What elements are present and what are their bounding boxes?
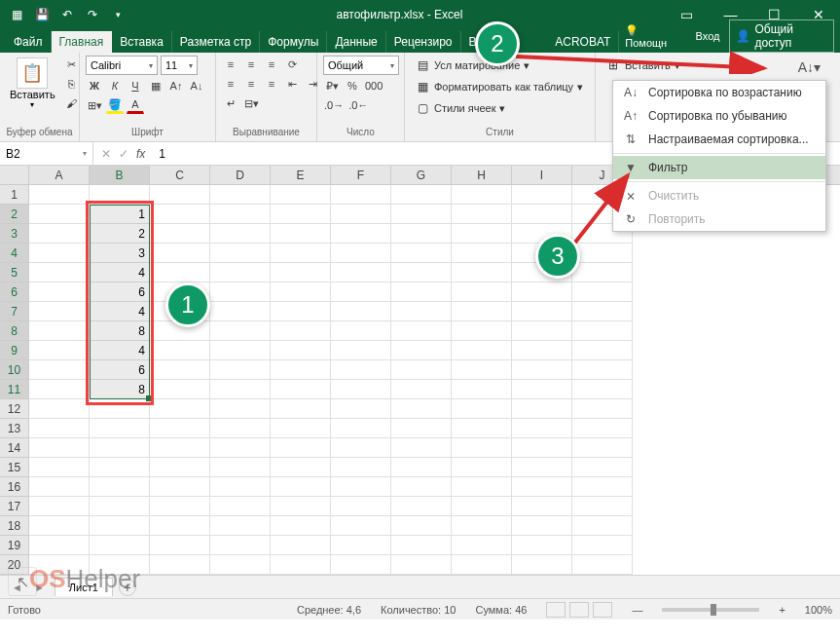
tab-acrobat[interactable]: ACROBAT [547, 31, 619, 53]
cell[interactable] [29, 185, 90, 205]
cell[interactable] [452, 458, 512, 477]
cell[interactable] [150, 380, 210, 399]
cell[interactable] [391, 302, 452, 321]
row-header[interactable]: 7 [0, 302, 29, 321]
cell[interactable] [271, 438, 331, 458]
cell[interactable] [271, 458, 331, 477]
cell[interactable] [271, 360, 331, 380]
cell[interactable] [452, 282, 512, 302]
cell[interactable] [271, 244, 331, 263]
cell[interactable] [452, 438, 512, 458]
row-header[interactable]: 14 [0, 438, 29, 458]
cell[interactable] [210, 185, 271, 205]
cell[interactable] [452, 380, 512, 399]
cell[interactable] [90, 438, 150, 458]
cell[interactable] [210, 205, 271, 224]
tab-review[interactable]: Рецензиро [386, 31, 461, 53]
cell[interactable] [391, 497, 452, 516]
row-header[interactable]: 5 [0, 263, 29, 282]
align-bottom-icon[interactable]: ≡ [263, 56, 280, 73]
cell[interactable] [452, 341, 512, 360]
cell[interactable] [210, 536, 271, 555]
row-header[interactable]: 19 [0, 536, 29, 555]
italic-button[interactable]: К [106, 77, 124, 94]
tell-me[interactable]: 💡 Помощн [619, 20, 685, 53]
cell[interactable] [29, 205, 90, 224]
cell[interactable] [150, 497, 210, 516]
cell[interactable] [29, 302, 90, 321]
cell[interactable] [150, 360, 210, 380]
cell[interactable] [90, 516, 150, 536]
cell[interactable] [150, 399, 210, 419]
qat-customize-icon[interactable]: ▾ [109, 6, 127, 23]
copy-icon[interactable]: ⎘ [63, 75, 81, 93]
cell[interactable] [572, 321, 633, 341]
cell[interactable] [391, 185, 452, 205]
merge-cells-icon[interactable]: ⊟▾ [242, 94, 260, 112]
cell[interactable] [90, 497, 150, 516]
row-header[interactable]: 6 [0, 282, 29, 302]
cell[interactable] [391, 516, 452, 536]
cell[interactable] [391, 360, 452, 380]
cell[interactable] [572, 263, 633, 282]
cell[interactable] [271, 555, 331, 575]
view-buttons[interactable] [546, 602, 612, 618]
cell[interactable] [271, 399, 331, 419]
row-header[interactable]: 3 [0, 224, 29, 244]
cell[interactable] [512, 321, 572, 341]
tab-file[interactable]: Файл [6, 31, 52, 53]
cell[interactable] [90, 399, 150, 419]
cell[interactable] [271, 477, 331, 497]
cell[interactable] [572, 419, 633, 438]
cell[interactable] [512, 458, 572, 477]
cell[interactable] [512, 282, 572, 302]
cell[interactable] [331, 380, 391, 399]
cell[interactable] [210, 458, 271, 477]
cell[interactable] [29, 341, 90, 360]
cell[interactable] [150, 341, 210, 360]
cell[interactable] [331, 399, 391, 419]
cell[interactable] [391, 321, 452, 341]
cell[interactable] [572, 399, 633, 419]
tab-data[interactable]: Данные [327, 31, 385, 53]
cell[interactable] [210, 516, 271, 536]
cell[interactable] [452, 302, 512, 321]
cell[interactable] [210, 438, 271, 458]
indent-dec-icon[interactable]: ⇤ [283, 75, 301, 93]
cell[interactable] [572, 438, 633, 458]
row-header[interactable]: 11 [0, 380, 29, 399]
cell[interactable] [150, 244, 210, 263]
cell[interactable] [512, 185, 572, 205]
cell[interactable] [391, 458, 452, 477]
cell[interactable] [452, 185, 512, 205]
cell[interactable] [331, 205, 391, 224]
cell[interactable]: 2 [90, 224, 150, 244]
cell[interactable] [210, 360, 271, 380]
cell[interactable]: 4 [90, 341, 150, 360]
sort-filter-button[interactable]: A↓▾ [798, 58, 821, 76]
number-format-combo[interactable]: Общий▾ [323, 56, 399, 75]
column-header[interactable]: H [452, 166, 512, 184]
cell[interactable] [210, 282, 271, 302]
cell[interactable] [391, 399, 452, 419]
cell[interactable] [452, 555, 512, 575]
cell[interactable] [572, 477, 633, 497]
cell[interactable] [512, 497, 572, 516]
format-as-table-button[interactable]: ▦Форматировать как таблицу▾ [411, 77, 589, 96]
cell[interactable]: 4 [90, 302, 150, 321]
row-header[interactable]: 8 [0, 321, 29, 341]
cut-icon[interactable]: ✂ [63, 56, 81, 73]
cell[interactable] [572, 380, 633, 399]
cell[interactable] [331, 341, 391, 360]
orientation-icon[interactable]: ⟳ [283, 56, 301, 73]
cell[interactable] [271, 224, 331, 244]
cell[interactable] [572, 516, 633, 536]
cell[interactable] [331, 263, 391, 282]
cell[interactable] [572, 244, 633, 263]
row-header[interactable]: 10 [0, 360, 29, 380]
cell[interactable] [29, 263, 90, 282]
cell[interactable] [391, 419, 452, 438]
cell[interactable] [512, 516, 572, 536]
cell[interactable] [29, 516, 90, 536]
column-header[interactable]: F [331, 166, 391, 184]
